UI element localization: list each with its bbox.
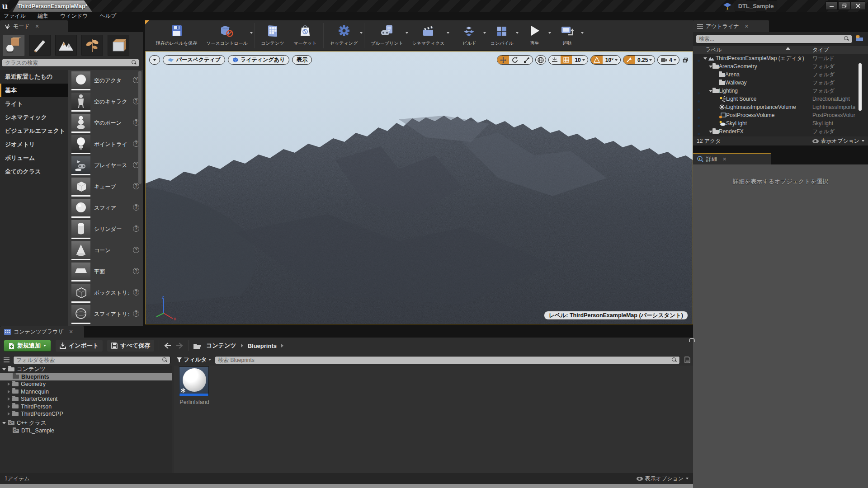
expand-arrow-icon[interactable]	[703, 57, 707, 60]
blueprints-button[interactable]: ブループリント	[366, 20, 407, 51]
place-item-box-trigger[interactable]: ボックストリガ	[68, 282, 143, 304]
expand-arrow-icon[interactable]	[709, 90, 712, 92]
category-all-classes[interactable]: 全てのクラス	[0, 165, 68, 178]
tutorial-cap-icon[interactable]	[722, 1, 732, 10]
current-level-badge[interactable]: レベル: ThirdPersonExampleMap (パーシスタント)	[544, 311, 688, 320]
tree-item-startercontent[interactable]: StarterContent	[0, 395, 172, 403]
outliner-row-lightsource[interactable]: Light Source DirectionalLight	[693, 95, 868, 103]
class-search-input[interactable]	[2, 59, 139, 67]
mode-paint-button[interactable]	[29, 35, 51, 56]
grid-snap-toggle[interactable]	[561, 56, 572, 64]
chevron-down-icon[interactable]	[250, 32, 253, 34]
chevron-down-icon[interactable]	[360, 32, 363, 34]
marketplace-button[interactable]: マーケット	[289, 20, 321, 51]
forward-arrow-icon[interactable]	[176, 343, 184, 349]
asset-search-input[interactable]	[215, 356, 680, 364]
outliner-row-lighting[interactable]: Lighting フォルダ	[693, 87, 868, 95]
help-icon[interactable]	[133, 310, 139, 317]
menu-help[interactable]: ヘルプ	[100, 12, 117, 20]
compile-button[interactable]: コンパイル	[486, 20, 518, 51]
breadcrumb-blueprints[interactable]: Blueprints	[248, 343, 277, 349]
category-recent[interactable]: 最近配置したもの	[0, 70, 68, 84]
tab-content-browser[interactable]: コンテンツブラウザ ✕	[0, 326, 84, 338]
surface-snap-button[interactable]	[549, 56, 561, 64]
place-item-empty-character[interactable]: 空のキャラク	[68, 91, 143, 113]
viewport-options-button[interactable]	[149, 55, 160, 65]
details-tab-close-icon[interactable]: ✕	[722, 156, 726, 162]
chevron-down-icon[interactable]	[447, 32, 449, 34]
tree-item-thirdperson[interactable]: ThirdPerson	[0, 403, 172, 411]
expand-arrow-icon[interactable]	[709, 131, 712, 133]
launch-button[interactable]: 起動	[551, 20, 583, 51]
help-icon[interactable]	[133, 183, 139, 189]
expand-arrow-icon[interactable]	[8, 412, 10, 416]
category-visual-effects[interactable]: ビジュアルエフェクト	[0, 124, 68, 138]
outliner-row-postprocessvolume[interactable]: PostProcessVolume PostProcessVolur	[693, 111, 868, 119]
tree-item-content-root[interactable]: コンテンツ	[0, 366, 172, 373]
expand-arrow-icon[interactable]	[2, 368, 6, 371]
expand-arrow-icon[interactable]	[8, 390, 10, 394]
chevron-down-icon[interactable]	[581, 32, 584, 34]
category-geometry[interactable]: ジオメトリ	[0, 138, 68, 151]
place-item-cube[interactable]: キューブ	[68, 176, 143, 197]
outliner-scrollbar[interactable]	[859, 63, 862, 111]
placement-scrollbar[interactable]	[138, 71, 142, 184]
outliner-tab-close-icon[interactable]: ✕	[745, 23, 749, 29]
new-folder-button[interactable]	[855, 34, 865, 43]
sources-panel-toggle-icon[interactable]	[4, 357, 9, 362]
minimize-button[interactable]	[826, 1, 838, 10]
content-browser-asset-grid[interactable]: PerlinIsland	[174, 366, 693, 473]
breadcrumb-expand-icon[interactable]	[281, 344, 283, 347]
asset-perlinisland-label[interactable]: PerlinIsland	[174, 399, 215, 405]
viewport-canvas[interactable]: パースペクティブ ライティングあり 表示 10 10° 0.25 4	[145, 51, 693, 324]
expand-arrow-icon[interactable]	[709, 66, 712, 68]
tab-modes[interactable]: モード ✕	[0, 20, 68, 32]
menu-file[interactable]: ファイル	[4, 12, 26, 20]
place-item-sphere-trigger[interactable]: スフィアトリガ	[68, 304, 143, 325]
save-level-button[interactable]: 現在のレベルを保存	[151, 20, 202, 51]
outliner-row-arenageometry[interactable]: ArenaGeometry フォルダ	[693, 62, 868, 70]
rotation-snap-value[interactable]: 10°	[603, 56, 620, 64]
window-title-tab[interactable]: ThirdPersonExampleMap*	[13, 0, 92, 12]
place-item-sphere[interactable]: スフィア	[68, 197, 143, 219]
tree-item-blueprints[interactable]: Blueprints	[0, 373, 172, 381]
tree-item-mannequin[interactable]: Mannequin	[0, 388, 172, 396]
scale-snap-toggle[interactable]	[623, 56, 635, 64]
help-icon[interactable]	[133, 247, 139, 253]
outliner-row-world[interactable]: ThirdPersonExampleMap (エディタ) ワールド	[693, 54, 868, 62]
outliner-row-arena[interactable]: Arena フォルダ	[693, 70, 868, 79]
mode-geometry-button[interactable]	[108, 35, 129, 56]
outliner-row-skylight[interactable]: SkyLight SkyLight	[693, 119, 868, 127]
menu-window[interactable]: ウィンドウ	[60, 12, 88, 20]
column-label[interactable]: ラベル	[693, 46, 722, 54]
outliner-row-renderfx[interactable]: RenderFX フォルダ	[693, 127, 868, 136]
mode-place-button[interactable]	[3, 35, 24, 56]
expand-arrow-icon[interactable]	[2, 422, 6, 424]
outliner-search-input[interactable]	[696, 35, 852, 43]
place-item-point-light[interactable]: ポイントライ	[68, 134, 143, 155]
scale-tool-button[interactable]	[521, 56, 533, 64]
mode-landscape-button[interactable]	[55, 35, 77, 56]
camera-speed-button[interactable]: 4	[658, 56, 679, 64]
outliner-row-lightmassvolume[interactable]: ! LightmassImportanceVolume LightmassImp…	[693, 103, 868, 111]
help-icon[interactable]	[133, 289, 139, 296]
expand-arrow-icon[interactable]	[8, 382, 10, 386]
add-new-button[interactable]: 新規追加	[4, 340, 51, 352]
column-type[interactable]: タイプ	[812, 46, 829, 54]
place-item-empty-pawn[interactable]: 空のポーン	[68, 113, 143, 134]
grid-snap-value[interactable]: 10	[572, 56, 587, 64]
close-button[interactable]	[851, 1, 865, 10]
back-arrow-icon[interactable]	[164, 343, 171, 349]
menu-edit[interactable]: 編集	[38, 12, 48, 20]
filter-button[interactable]: フィルタ	[177, 356, 211, 364]
outliner-view-options-button[interactable]: 表示オプション	[812, 137, 864, 145]
tab-outliner[interactable]: アウトライナ ✕	[693, 20, 769, 32]
tree-item-thirdpersoncpp[interactable]: ThirdPersonCPP	[0, 410, 172, 418]
category-volumes[interactable]: ボリューム	[0, 151, 68, 165]
outliner-row-walkway[interactable]: Walkway フォルダ	[693, 79, 868, 87]
help-icon[interactable]	[133, 225, 139, 232]
rotate-tool-button[interactable]	[509, 56, 521, 64]
expand-arrow-icon[interactable]	[8, 397, 10, 401]
mode-foliage-button[interactable]	[81, 35, 103, 56]
place-item-cylinder[interactable]: シリンダー	[68, 219, 143, 240]
